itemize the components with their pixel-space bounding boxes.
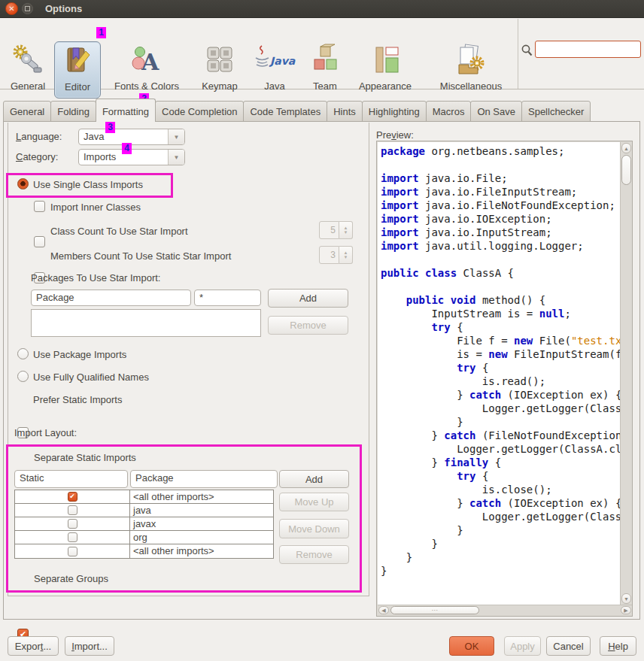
scroll-left-icon: ◀ [381,608,385,614]
code-line: is.read(); [381,374,621,388]
star-column-header[interactable]: * [194,290,261,306]
code-line: try { [381,361,621,374]
table-row[interactable]: ✔<all other imports> [15,490,273,504]
window-maximize-button[interactable] [22,3,33,14]
preview-code-area: package org.netbeans.samples; import jav… [378,142,621,605]
package-cell[interactable]: <all other imports> [130,490,273,503]
tab-on-save[interactable]: On Save [470,101,522,122]
star-import-packages-list[interactable] [31,309,261,337]
toolbar-item-editor[interactable]: Editor [54,41,101,99]
static-cell [15,544,130,558]
tab-general[interactable]: General [3,101,51,122]
class-count-spinner[interactable]: 5 ▲▼ [319,221,353,239]
radio-use-package-imports[interactable] [17,348,29,359]
code-line: import java.util.logging.Logger; [381,239,621,253]
toolbar-item-keymap[interactable]: Keymap [193,41,247,99]
scroll-down-button[interactable]: ▼ [621,593,631,604]
table-row[interactable]: <all other imports> [15,544,273,558]
vertical-scroll-thumb[interactable] [621,155,631,185]
formatting-options-panel: Language: Java ▼ Category: Imports ▼ Use… [8,123,369,596]
search-input[interactable] [535,41,641,58]
static-checkbox[interactable] [68,532,77,542]
chevron-down-icon[interactable]: ▼ [168,129,184,144]
toolbar-item-miscellaneous[interactable]: Miscellaneous [426,41,516,99]
move-up-layout-button[interactable]: Move Up [279,493,349,511]
package-cell[interactable]: org [130,531,273,544]
window-close-button[interactable]: ✕ [5,2,18,15]
code-line: is.close(); [381,483,621,496]
static-checkbox[interactable]: ✔ [68,492,77,502]
apply-button[interactable]: Apply [504,636,541,656]
fonts-colors-icon: A [129,41,164,79]
radio-use-single-class-imports[interactable] [17,178,29,190]
class-count-value: 5 [319,221,339,239]
code-line: Logger.getLogger(ClassA.class.getName())… [381,510,621,523]
add-package-button[interactable]: Add [268,289,348,308]
export-button[interactable]: Export... [8,636,59,656]
static-cell: ✔ [15,490,130,503]
static-cell [15,504,130,517]
help-button[interactable]: Help [600,636,636,656]
tab-code-templates[interactable]: Code Templates [243,101,327,122]
search-icon [521,44,533,57]
preview-label: Preview: [376,129,414,141]
checkbox-class-count-star-import[interactable] [34,236,45,247]
tab-code-completion[interactable]: Code Completion [155,101,244,122]
static-checkbox[interactable] [68,505,77,515]
horizontal-scrollbar[interactable]: ◀ ⋯ ▶ [378,605,632,615]
chevron-down-icon[interactable]: ▼ [168,150,184,165]
scroll-left-button[interactable]: ◀ [378,606,389,614]
scroll-right-button[interactable]: ▶ [621,606,631,614]
remove-package-button[interactable]: Remove [268,316,348,335]
checkbox-import-inner-classes[interactable] [34,201,45,212]
toolbar-item-team[interactable]: Team [302,41,348,99]
code-line: } catch (IOException ex) { [381,388,621,402]
tab-hints[interactable]: Hints [327,101,363,122]
layout-table-header-package[interactable]: Package [130,470,278,488]
tab-folding[interactable]: Folding [50,101,96,122]
language-combobox[interactable]: Java ▼ [78,129,185,145]
members-count-spinner[interactable]: 3 ▲▼ [319,246,353,264]
horizontal-scroll-thumb[interactable]: ⋯ [390,606,479,614]
tab-formatting[interactable]: Formatting [96,99,156,122]
package-column-header[interactable]: Package [31,290,191,306]
code-line: } [381,564,621,578]
spinner-down-icon[interactable]: ▼ [344,230,348,235]
add-layout-button[interactable]: Add [279,470,349,488]
toolbar-item-appearance[interactable]: Appearance [349,41,421,99]
package-cell[interactable]: javax [130,517,273,530]
cancel-button[interactable]: Cancel [546,636,591,656]
import-button[interactable]: Import... [65,636,114,656]
code-line: } catch (IOException ex) { [381,496,621,510]
layout-table-header-static[interactable]: Static [14,470,128,488]
spinner-down-icon[interactable]: ▼ [344,255,348,259]
toolbar-item-java[interactable]: JavaJava [253,41,296,99]
move-down-layout-button[interactable]: Move Down [279,519,349,538]
spinner-arrows[interactable]: ▲▼ [339,221,353,239]
code-line: import java.io.FileNotFoundException; [381,199,621,212]
table-row[interactable]: javax [15,517,273,531]
toolbar-item-general[interactable]: General [6,41,50,99]
code-line [381,158,621,171]
toolbar-item-fonts-colors[interactable]: AFonts & Colors [107,41,187,99]
tab-spellchecker[interactable]: Spellchecker [521,101,591,122]
scroll-up-button[interactable]: ▲ [621,143,631,153]
window-title: Options [45,3,82,14]
code-line: public void method() { [381,293,621,307]
table-row[interactable]: java [15,504,273,517]
static-checkbox[interactable] [68,519,77,529]
package-cell[interactable]: <all other imports> [130,544,273,558]
remove-layout-button[interactable]: Remove [279,545,349,564]
static-checkbox[interactable] [68,547,77,556]
vertical-scrollbar[interactable]: ▲ ▼ [620,142,631,605]
table-row[interactable]: org [15,531,273,544]
tab-highlighting[interactable]: Highlighting [362,101,427,122]
radio-use-fully-qualified-names[interactable] [17,371,29,382]
annotation-badge-1: 1 [96,27,106,38]
checkbox-separate-static-imports-label: Separate Static Imports [34,452,136,463]
spinner-arrows[interactable]: ▲▼ [339,246,353,264]
package-cell[interactable]: java [130,504,273,517]
ok-button[interactable]: OK [449,636,494,656]
category-combobox[interactable]: Imports ▼ [78,149,185,165]
tab-macros[interactable]: Macros [426,101,472,122]
